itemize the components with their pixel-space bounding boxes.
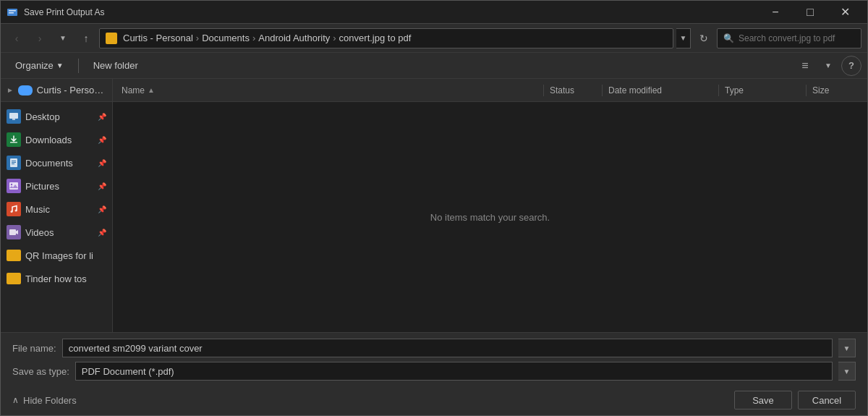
col-header-size[interactable]: Size [807,79,864,102]
breadcrumb-dropdown-button[interactable]: ▼ [676,28,691,48]
sidebar-item-label-qr: QR Images for li [25,250,106,261]
view-dropdown-button[interactable]: ▼ [818,56,838,76]
svg-rect-9 [12,164,14,164]
folder-icon-qr [7,248,21,263]
pin-icon-documents: 📌 [98,159,106,167]
breadcrumb-folder-icon [106,33,117,44]
cancel-button[interactable]: Cancel [798,391,856,409]
action-row: ∧ Hide Folders Save Cancel [1,386,867,415]
help-button[interactable]: ? [841,56,861,76]
col-header-type[interactable]: Type [719,79,806,102]
file-area: Name ▲ Status Date modified Type Size [113,79,867,332]
savetype-row: Save as type: PDF Document (*.pdf) ▼ [1,360,867,386]
hide-chevron-icon: ∧ [12,395,19,405]
sidebar-item-qr-images[interactable]: QR Images for li [1,244,112,267]
sidebar-item-label-downloads: Downloads [25,135,93,145]
sidebar-item-label-music: Music [25,204,93,215]
music-icon [7,202,21,216]
sidebar-item-downloads[interactable]: Downloads 📌 [1,128,112,151]
svg-rect-7 [12,161,16,161]
svg-point-12 [11,211,13,213]
sidebar: ► Curtis - Personal Desktop 📌 [1,79,113,332]
sidebar-item-label-desktop: Desktop [25,111,93,122]
svg-point-11 [11,184,12,185]
sidebar-item-tinder[interactable]: Tinder how tos [1,267,112,290]
filename-dropdown-button[interactable]: ▼ [838,339,856,357]
organize-dropdown-icon: ▼ [56,61,64,69]
save-button[interactable]: Save [734,391,792,409]
title-bar: Save Print Output As − □ ✕ [1,1,867,24]
title-bar-text: Save Print Output As [24,7,759,17]
pin-icon-downloads: 📌 [98,136,106,144]
bottom-area: File name: ▼ Save as type: PDF Document … [1,332,867,415]
save-dialog: Save Print Output As − □ ✕ ‹ › ▼ ↑ Curti… [0,0,868,416]
svg-rect-8 [12,162,16,163]
pin-icon-pictures: 📌 [98,182,106,190]
up-button[interactable]: ↑ [76,28,96,48]
sidebar-item-label-videos: Videos [25,227,93,238]
savetype-select[interactable]: PDF Document (*.pdf) [75,362,833,381]
minimize-button[interactable]: − [759,1,792,24]
svg-rect-1 [9,10,16,12]
title-bar-controls: − □ ✕ [759,1,861,24]
column-headers: Name ▲ Status Date modified Type Size [113,79,867,102]
toolbar-right: ≡ ▼ ? [795,56,861,76]
breadcrumb-item-1[interactable]: Curtis - Personal [123,33,193,43]
sidebar-item-desktop[interactable]: Desktop 📌 [1,105,112,128]
close-button[interactable]: ✕ [828,1,861,24]
svg-rect-5 [10,142,17,143]
sidebar-header-curtis-personal[interactable]: ► Curtis - Personal [1,79,112,102]
breadcrumb-item-2[interactable]: Documents [202,33,250,43]
toolbar-separator [78,59,79,73]
col-header-date[interactable]: Date modified [603,79,718,102]
sort-arrow-icon: ▲ [148,86,155,94]
maximize-button[interactable]: □ [793,1,827,24]
pictures-icon [7,179,21,193]
downloads-icon [7,132,21,147]
col-header-status[interactable]: Status [544,79,602,102]
search-input[interactable] [739,33,855,43]
filename-input[interactable] [62,339,833,357]
filename-label: File name: [12,343,56,354]
breadcrumb-bar: Curtis - Personal › Documents › Android … [99,28,673,48]
savetype-label: Save as type: [12,366,69,377]
empty-message: No items match your search. [430,212,550,223]
sidebar-item-documents[interactable]: Documents 📌 [1,151,112,174]
savetype-dropdown-button[interactable]: ▼ [838,362,856,381]
sidebar-item-videos[interactable]: Videos 📌 [1,221,112,244]
breadcrumb-item-4[interactable]: convert.jpg to pdf [339,33,412,43]
svg-rect-2 [9,12,14,14]
sidebar-item-pictures[interactable]: Pictures 📌 [1,174,112,198]
breadcrumb-item-3[interactable]: Android Authority [258,33,330,43]
search-icon: 🔍 [723,33,734,43]
filename-row: File name: ▼ [1,333,867,360]
content-area: ► Curtis - Personal Desktop 📌 [1,79,867,332]
back-button[interactable]: ‹ [7,28,27,48]
search-box: 🔍 [717,28,861,48]
sidebar-chevron-icon: ► [7,86,14,94]
sidebar-header-label: Curtis - Personal [37,85,106,95]
sidebar-item-label-tinder: Tinder how tos [25,273,106,284]
hide-folders-button[interactable]: ∧ Hide Folders [12,395,77,406]
toolbar: Organize ▼ New folder ≡ ▼ ? [1,53,867,79]
documents-icon [7,156,21,170]
refresh-button[interactable]: ↻ [694,28,714,48]
nav-bar: ‹ › ▼ ↑ Curtis - Personal › Documents › … [1,24,867,53]
new-folder-button[interactable]: New folder [85,56,147,75]
sidebar-items: Desktop 📌 Downloads 📌 [1,102,112,332]
desktop-icon [7,109,21,124]
pin-icon-videos: 📌 [98,229,106,237]
forward-button[interactable]: › [30,28,50,48]
sidebar-item-music[interactable]: Music 📌 [1,198,112,221]
view-button[interactable]: ≡ [795,56,815,76]
action-buttons: Save Cancel [734,391,856,409]
folder-icon-tinder [7,271,21,286]
dialog-icon [7,7,18,18]
col-header-name[interactable]: Name ▲ [116,79,543,102]
svg-rect-3 [9,113,18,119]
pin-icon-music: 📌 [98,205,106,213]
svg-rect-10 [9,182,18,190]
sidebar-item-label-documents: Documents [25,158,93,169]
organize-button[interactable]: Organize ▼ [7,56,72,75]
dropdown-history-button[interactable]: ▼ [53,28,73,48]
